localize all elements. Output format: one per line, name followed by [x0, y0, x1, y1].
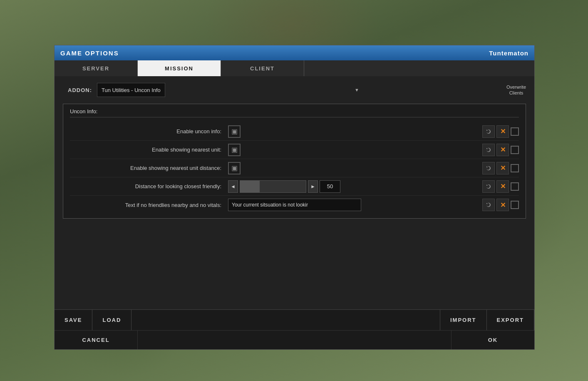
slider-track[interactable]: [240, 180, 306, 193]
clear-enable-uncon-info[interactable]: ✕: [496, 125, 509, 138]
option-label-enable-nearest-distance: Enable showing nearest unit distance:: [70, 165, 228, 171]
reset-icon-distance: [485, 183, 492, 190]
addon-label: ADDON:: [63, 87, 92, 93]
option-row-enable-uncon-info: Enable uncon info: ▣ ✕: [70, 122, 519, 141]
option-control-enable-uncon-info: ▣ ✕: [228, 125, 519, 138]
controls-enable-nearest-unit: ✕: [482, 144, 519, 156]
footer-spacer: [138, 331, 451, 349]
clear-enable-nearest-distance[interactable]: ✕: [496, 162, 509, 174]
reset-distance-closest-friendly[interactable]: [482, 180, 495, 193]
clear-icon-nearest-unit: ✕: [500, 146, 506, 154]
option-row-enable-nearest-unit: Enable showing nearest unit: ▣ ✕: [70, 141, 519, 159]
toggle-enable-nearest-distance[interactable]: ▣: [228, 162, 241, 174]
reset-icon: [485, 128, 492, 135]
option-row-distance-closest-friendly: Distance for looking closest friendly: ◄…: [70, 177, 519, 196]
overwrite-check-enable-nearest-unit[interactable]: [511, 146, 519, 154]
clear-icon-nearest-distance: ✕: [500, 164, 506, 172]
clear-icon-text-no-friendlies: ✕: [500, 201, 506, 209]
controls-enable-nearest-distance: ✕: [482, 162, 519, 174]
controls-enable-uncon-info: ✕: [482, 125, 519, 138]
slider-container: ◄ ► 50: [228, 180, 340, 193]
tab-client[interactable]: CLIENT: [221, 60, 304, 76]
tab-mission[interactable]: MISSION: [138, 60, 221, 76]
clear-distance-closest-friendly[interactable]: ✕: [496, 180, 509, 193]
controls-text-no-friendlies: ✕: [482, 199, 519, 211]
overwrite-check-enable-nearest-distance[interactable]: [511, 164, 519, 172]
option-label-distance-closest-friendly: Distance for looking closest friendly:: [70, 183, 228, 189]
reset-icon-text-no-friendlies: [485, 202, 492, 208]
section-title: Uncon Info:: [70, 108, 519, 117]
reset-enable-nearest-unit[interactable]: [482, 144, 495, 156]
import-button[interactable]: IMPORT: [440, 310, 487, 330]
tab-server[interactable]: SERVER: [55, 60, 138, 76]
clear-enable-nearest-unit[interactable]: ✕: [496, 144, 509, 156]
clear-text-no-friendlies[interactable]: ✕: [496, 199, 509, 211]
slider-arrow-left[interactable]: ◄: [228, 180, 238, 193]
cancel-button[interactable]: CANCEL: [55, 331, 138, 349]
reset-text-no-friendlies[interactable]: [482, 199, 495, 211]
footer-bar: CANCEL OK: [55, 330, 534, 349]
overwrite-clients-label: OverwriteClients: [506, 84, 526, 96]
section-box: Uncon Info: Enable uncon info: ▣: [63, 104, 526, 219]
ok-button[interactable]: OK: [451, 331, 534, 349]
clear-icon-distance: ✕: [500, 182, 506, 190]
dialog-username: Tuntematon: [489, 50, 528, 57]
overwrite-check-distance-closest-friendly[interactable]: [511, 182, 519, 191]
clear-icon: ✕: [500, 127, 506, 135]
option-row-text-no-friendlies: Text if no friendlies nearby and no vita…: [70, 196, 519, 214]
overwrite-check-enable-uncon-info[interactable]: [511, 127, 519, 136]
dialog-titlebar: GAME OPTIONS Tuntematon: [55, 45, 534, 60]
slider-arrow-right[interactable]: ►: [308, 180, 318, 193]
toolbar-spacer: [131, 310, 440, 330]
export-button[interactable]: EXPORT: [487, 310, 534, 330]
option-label-enable-nearest-unit: Enable showing nearest unit:: [70, 147, 228, 153]
dialog-body: ADDON: Tun Utilities - Uncon Info Overwr…: [55, 76, 534, 309]
addon-select[interactable]: Tun Utilities - Uncon Info: [97, 83, 165, 97]
reset-enable-uncon-info[interactable]: [482, 125, 495, 138]
game-options-dialog: GAME OPTIONS Tuntematon SERVER MISSION C…: [54, 45, 535, 350]
option-control-enable-nearest-unit: ▣ ✕: [228, 144, 519, 156]
load-button[interactable]: LOAD: [92, 310, 131, 330]
reset-icon-nearest-unit: [485, 147, 492, 153]
option-label-text-no-friendlies: Text if no friendlies nearby and no vita…: [70, 202, 228, 208]
addon-select-wrapper: Tun Utilities - Uncon Info: [97, 83, 363, 97]
tabs-bar: SERVER MISSION CLIENT: [55, 60, 534, 76]
controls-distance-closest-friendly: ✕: [482, 180, 519, 193]
reset-icon-nearest-distance: [485, 165, 492, 172]
text-no-friendlies-input[interactable]: [228, 199, 361, 211]
toggle-enable-uncon-info[interactable]: ▣: [228, 125, 241, 138]
slider-value: 50: [320, 180, 340, 193]
option-control-text-no-friendlies: ✕: [228, 199, 519, 211]
option-control-distance-closest-friendly: ◄ ► 50: [228, 180, 519, 193]
reset-enable-nearest-distance[interactable]: [482, 162, 495, 174]
option-label-enable-uncon-info: Enable uncon info:: [70, 128, 228, 134]
option-row-enable-nearest-distance: Enable showing nearest unit distance: ▣ …: [70, 159, 519, 177]
save-button[interactable]: SAVE: [55, 310, 92, 330]
bottom-toolbar: SAVE LOAD IMPORT EXPORT: [55, 309, 534, 330]
overwrite-check-text-no-friendlies[interactable]: [511, 201, 519, 209]
addon-row: ADDON: Tun Utilities - Uncon Info Overwr…: [63, 83, 526, 97]
dialog-title: GAME OPTIONS: [60, 50, 119, 57]
option-control-enable-nearest-distance: ▣ ✕: [228, 162, 519, 174]
toggle-enable-nearest-unit[interactable]: ▣: [228, 144, 241, 156]
